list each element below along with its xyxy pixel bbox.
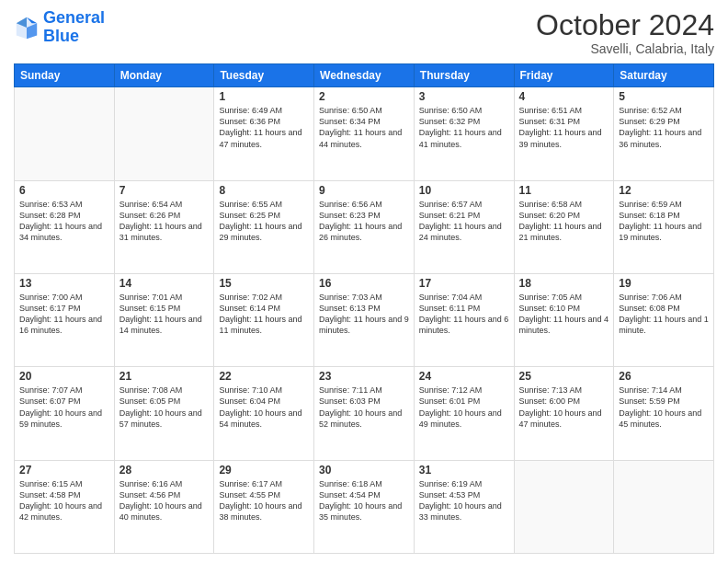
cell-content: Sunrise: 6:16 AMSunset: 4:56 PMDaylight:… xyxy=(119,479,202,522)
calendar-cell: 29 Sunrise: 6:17 AMSunset: 4:55 PMDaylig… xyxy=(214,460,314,553)
cell-content: Sunrise: 7:12 AMSunset: 6:01 PMDaylight:… xyxy=(419,385,502,428)
cell-content: Sunrise: 7:01 AMSunset: 6:15 PMDaylight:… xyxy=(119,293,202,335)
day-number: 23 xyxy=(319,370,409,383)
cell-content: Sunrise: 6:50 AMSunset: 6:32 PMDaylight:… xyxy=(419,106,502,148)
calendar-cell: 26 Sunrise: 7:14 AMSunset: 5:59 PMDaylig… xyxy=(614,367,714,460)
cell-content: Sunrise: 6:55 AMSunset: 6:25 PMDaylight:… xyxy=(219,200,301,242)
calendar-week-4: 27 Sunrise: 6:15 AMSunset: 4:58 PMDaylig… xyxy=(15,460,714,553)
day-number: 10 xyxy=(419,184,509,197)
day-number: 25 xyxy=(519,370,609,383)
calendar-cell: 8 Sunrise: 6:55 AMSunset: 6:25 PMDayligh… xyxy=(214,180,314,273)
col-monday: Monday xyxy=(114,64,214,87)
calendar-cell: 15 Sunrise: 7:02 AMSunset: 6:14 PMDaylig… xyxy=(214,273,314,366)
day-number: 12 xyxy=(619,184,709,197)
calendar-cell: 20 Sunrise: 7:07 AMSunset: 6:07 PMDaylig… xyxy=(15,367,115,460)
logo-blue: Blue xyxy=(43,28,105,46)
cell-content: Sunrise: 6:50 AMSunset: 6:34 PMDaylight:… xyxy=(319,106,402,148)
calendar-cell xyxy=(15,87,115,180)
calendar-cell: 28 Sunrise: 6:16 AMSunset: 4:56 PMDaylig… xyxy=(114,460,214,553)
day-number: 22 xyxy=(219,370,309,383)
day-number: 26 xyxy=(619,370,709,383)
calendar-cell: 4 Sunrise: 6:51 AMSunset: 6:31 PMDayligh… xyxy=(514,87,614,180)
calendar-week-3: 20 Sunrise: 7:07 AMSunset: 6:07 PMDaylig… xyxy=(15,367,714,460)
calendar-cell: 24 Sunrise: 7:12 AMSunset: 6:01 PMDaylig… xyxy=(414,367,514,460)
calendar-cell: 5 Sunrise: 6:52 AMSunset: 6:29 PMDayligh… xyxy=(614,87,714,180)
cell-content: Sunrise: 6:59 AMSunset: 6:18 PMDaylight:… xyxy=(619,200,701,242)
calendar-cell xyxy=(514,460,614,553)
cell-content: Sunrise: 7:10 AMSunset: 6:04 PMDaylight:… xyxy=(219,385,301,428)
day-number: 14 xyxy=(119,277,210,290)
calendar-cell: 2 Sunrise: 6:50 AMSunset: 6:34 PMDayligh… xyxy=(314,87,415,180)
logo-text: General Blue xyxy=(43,9,105,46)
calendar-table: Sunday Monday Tuesday Wednesday Thursday… xyxy=(14,63,714,554)
day-number: 31 xyxy=(419,464,509,477)
day-number: 5 xyxy=(619,90,709,103)
cell-content: Sunrise: 6:53 AMSunset: 6:28 PMDaylight:… xyxy=(19,200,102,242)
calendar-cell: 9 Sunrise: 6:56 AMSunset: 6:23 PMDayligh… xyxy=(314,180,415,273)
cell-content: Sunrise: 7:11 AMSunset: 6:03 PMDaylight:… xyxy=(319,385,402,428)
calendar-cell: 11 Sunrise: 6:58 AMSunset: 6:20 PMDaylig… xyxy=(514,180,614,273)
day-number: 19 xyxy=(619,277,709,290)
cell-content: Sunrise: 6:19 AMSunset: 4:53 PMDaylight:… xyxy=(419,479,502,522)
col-saturday: Saturday xyxy=(614,64,714,87)
col-sunday: Sunday xyxy=(15,64,115,87)
cell-content: Sunrise: 6:51 AMSunset: 6:31 PMDaylight:… xyxy=(519,106,602,148)
cell-content: Sunrise: 6:15 AMSunset: 4:58 PMDaylight:… xyxy=(19,479,102,522)
calendar-cell: 12 Sunrise: 6:59 AMSunset: 6:18 PMDaylig… xyxy=(614,180,714,273)
cell-content: Sunrise: 6:49 AMSunset: 6:36 PMDaylight:… xyxy=(219,106,301,148)
calendar-cell: 18 Sunrise: 7:05 AMSunset: 6:10 PMDaylig… xyxy=(514,273,614,366)
header: General Blue October 2024 Savelli, Calab… xyxy=(14,9,714,56)
logo: General Blue xyxy=(14,9,105,46)
calendar-cell: 16 Sunrise: 7:03 AMSunset: 6:13 PMDaylig… xyxy=(314,273,415,366)
calendar-cell: 21 Sunrise: 7:08 AMSunset: 6:05 PMDaylig… xyxy=(114,367,214,460)
day-number: 13 xyxy=(19,277,109,290)
cell-content: Sunrise: 7:06 AMSunset: 6:08 PMDaylight:… xyxy=(619,293,709,335)
calendar-cell: 10 Sunrise: 6:57 AMSunset: 6:21 PMDaylig… xyxy=(414,180,514,273)
day-number: 2 xyxy=(319,90,409,103)
day-number: 3 xyxy=(419,90,509,103)
cell-content: Sunrise: 6:58 AMSunset: 6:20 PMDaylight:… xyxy=(519,200,602,242)
col-friday: Friday xyxy=(514,64,614,87)
day-number: 6 xyxy=(19,184,109,197)
calendar-cell: 17 Sunrise: 7:04 AMSunset: 6:11 PMDaylig… xyxy=(414,273,514,366)
day-number: 17 xyxy=(419,277,509,290)
day-number: 21 xyxy=(119,370,210,383)
cell-content: Sunrise: 6:17 AMSunset: 4:55 PMDaylight:… xyxy=(219,479,301,522)
day-number: 11 xyxy=(519,184,609,197)
calendar-week-1: 6 Sunrise: 6:53 AMSunset: 6:28 PMDayligh… xyxy=(15,180,714,273)
calendar-cell: 7 Sunrise: 6:54 AMSunset: 6:26 PMDayligh… xyxy=(114,180,214,273)
cell-content: Sunrise: 7:04 AMSunset: 6:11 PMDaylight:… xyxy=(419,293,509,335)
col-thursday: Thursday xyxy=(414,64,514,87)
day-number: 1 xyxy=(219,90,309,103)
calendar-cell: 27 Sunrise: 6:15 AMSunset: 4:58 PMDaylig… xyxy=(15,460,115,553)
day-number: 30 xyxy=(319,464,409,477)
day-number: 29 xyxy=(219,464,309,477)
cell-content: Sunrise: 7:13 AMSunset: 6:00 PMDaylight:… xyxy=(519,385,602,428)
day-number: 8 xyxy=(219,184,309,197)
day-number: 16 xyxy=(319,277,409,290)
calendar-cell: 23 Sunrise: 7:11 AMSunset: 6:03 PMDaylig… xyxy=(314,367,415,460)
calendar-cell xyxy=(614,460,714,553)
cell-content: Sunrise: 7:00 AMSunset: 6:17 PMDaylight:… xyxy=(19,293,102,335)
day-number: 28 xyxy=(119,464,210,477)
calendar-cell: 13 Sunrise: 7:00 AMSunset: 6:17 PMDaylig… xyxy=(15,273,115,366)
month-title: October 2024 xyxy=(536,9,714,41)
day-number: 9 xyxy=(319,184,409,197)
cell-content: Sunrise: 6:57 AMSunset: 6:21 PMDaylight:… xyxy=(419,200,502,242)
calendar-header-row: Sunday Monday Tuesday Wednesday Thursday… xyxy=(15,64,714,87)
day-number: 7 xyxy=(119,184,210,197)
cell-content: Sunrise: 6:56 AMSunset: 6:23 PMDaylight:… xyxy=(319,200,402,242)
cell-content: Sunrise: 7:03 AMSunset: 6:13 PMDaylight:… xyxy=(319,293,409,335)
day-number: 27 xyxy=(19,464,109,477)
cell-content: Sunrise: 6:54 AMSunset: 6:26 PMDaylight:… xyxy=(119,200,202,242)
cell-content: Sunrise: 7:05 AMSunset: 6:10 PMDaylight:… xyxy=(519,293,609,335)
day-number: 18 xyxy=(519,277,609,290)
cell-content: Sunrise: 7:02 AMSunset: 6:14 PMDaylight:… xyxy=(219,293,301,335)
cell-content: Sunrise: 7:07 AMSunset: 6:07 PMDaylight:… xyxy=(19,385,102,428)
calendar-cell xyxy=(114,87,214,180)
cell-content: Sunrise: 7:08 AMSunset: 6:05 PMDaylight:… xyxy=(119,385,202,428)
calendar-cell: 31 Sunrise: 6:19 AMSunset: 4:53 PMDaylig… xyxy=(414,460,514,553)
day-number: 24 xyxy=(419,370,509,383)
calendar-cell: 6 Sunrise: 6:53 AMSunset: 6:28 PMDayligh… xyxy=(15,180,115,273)
day-number: 15 xyxy=(219,277,309,290)
